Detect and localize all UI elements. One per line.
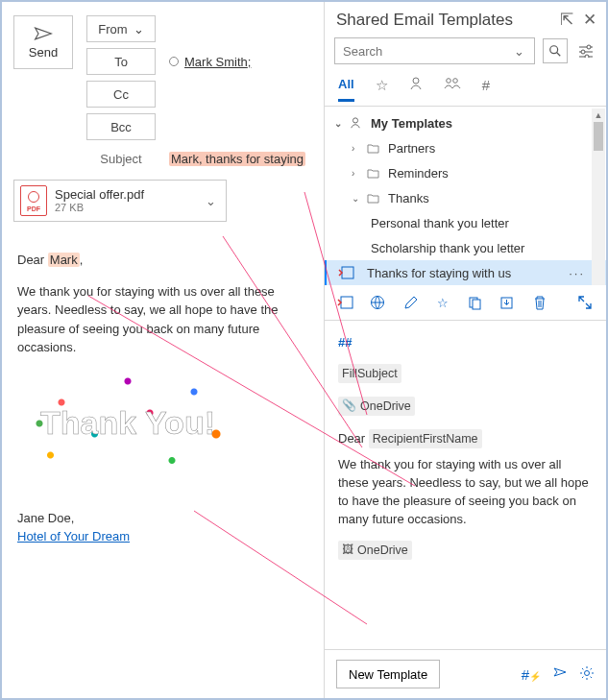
send-label: Send xyxy=(29,45,58,60)
chevron-down-icon: ⌄ xyxy=(134,22,144,36)
send-icon xyxy=(34,26,53,41)
svg-point-18 xyxy=(585,670,590,675)
svg-point-7 xyxy=(585,55,589,58)
preview-greeting: Dear RecipientFirstName xyxy=(338,429,593,448)
tree-folder-thanks[interactable]: ⌄ Thanks xyxy=(325,185,606,210)
expand-button[interactable] xyxy=(575,293,595,312)
settings-button[interactable] xyxy=(579,665,595,684)
tab-team[interactable] xyxy=(444,77,461,101)
import-button[interactable] xyxy=(498,293,517,312)
svg-point-3 xyxy=(587,45,591,49)
image-icon: 🖼 xyxy=(342,542,353,558)
paperclip-icon: 📎 xyxy=(342,398,356,414)
search-input[interactable] xyxy=(341,43,510,60)
favorite-button[interactable]: ☆ xyxy=(433,293,452,312)
template-toolbar: ☆ xyxy=(325,285,606,320)
folder-icon xyxy=(367,168,382,179)
svg-rect-16 xyxy=(473,300,480,309)
attachment-name: Special offer.pdf xyxy=(55,187,194,203)
scroll-thumb[interactable] xyxy=(594,122,603,151)
folder-icon xyxy=(367,143,382,154)
svg-point-8 xyxy=(413,78,419,84)
svg-point-11 xyxy=(353,118,357,123)
email-body[interactable]: Dear Mark, We thank you for staying with… xyxy=(2,222,324,698)
template-tree: ⌄ My Templates › Partners › Reminders ⌄ … xyxy=(325,107,606,285)
onedrive-attachment-chip[interactable]: 📎OneDrive xyxy=(338,397,415,416)
macros-header: ## xyxy=(338,334,593,352)
pdf-icon: PDF xyxy=(20,185,47,216)
edit-button[interactable] xyxy=(401,293,420,312)
tree-item-scholarship-letter[interactable]: Scholarship thank you letter xyxy=(325,235,606,260)
close-icon[interactable]: ✕ xyxy=(583,10,596,30)
bcc-button[interactable]: Bcc xyxy=(86,113,156,140)
search-button[interactable] xyxy=(543,38,568,63)
svg-point-9 xyxy=(446,79,450,84)
to-field[interactable]: Mark Smith; xyxy=(169,48,312,75)
tree-item-personal-letter[interactable]: Personal thank you letter xyxy=(325,210,606,235)
svg-rect-12 xyxy=(342,267,353,278)
tab-personal[interactable] xyxy=(409,77,423,101)
tree-root-my-templates[interactable]: ⌄ My Templates xyxy=(325,110,606,135)
compose-pane: Send From ⌄ To Mark Smith; Cc Bcc xyxy=(2,2,325,698)
popout-icon[interactable]: ⇱ xyxy=(560,10,573,30)
greeting-line: Dear Mark, xyxy=(17,251,308,270)
tab-favorites[interactable]: ☆ xyxy=(376,77,388,102)
insert-template-icon xyxy=(336,264,357,281)
from-button[interactable]: From ⌄ xyxy=(86,15,156,42)
bottom-bar: New Template #⚡ xyxy=(325,649,606,698)
feedback-button[interactable] xyxy=(552,666,568,683)
svg-point-10 xyxy=(452,79,457,84)
sliders-icon xyxy=(577,44,595,58)
tab-all[interactable]: All xyxy=(338,77,354,102)
new-template-button[interactable]: New Template xyxy=(336,660,440,688)
onedrive-image-chip[interactable]: 🖼OneDrive xyxy=(338,541,412,560)
tree-folder-partners[interactable]: › Partners xyxy=(325,135,606,160)
folder-icon xyxy=(367,193,382,204)
panel-title: Shared Email Templates xyxy=(336,11,513,30)
tree-item-thanks-for-staying[interactable]: Thanks for staying with us ··· xyxy=(325,260,606,285)
recipient-status-icon xyxy=(169,57,179,66)
delete-button[interactable] xyxy=(530,293,549,312)
search-box[interactable]: ⌄ xyxy=(334,37,535,64)
tree-folder-reminders[interactable]: › Reminders xyxy=(325,160,606,185)
copy-button[interactable] xyxy=(466,293,485,312)
cc-button[interactable]: Cc xyxy=(86,81,156,108)
person-icon xyxy=(350,117,365,129)
subject-label: Subject xyxy=(86,152,156,166)
svg-line-1 xyxy=(557,53,561,57)
globe-button[interactable] xyxy=(369,293,388,312)
fillsubject-chip[interactable]: FillSubject xyxy=(338,364,401,383)
recipient-token-chip[interactable]: RecipientFirstName xyxy=(369,429,482,448)
body-paragraph: We thank you for staying with us over al… xyxy=(17,282,308,357)
svg-point-0 xyxy=(550,46,558,54)
preview-paragraph: We thank you for staying with us over al… xyxy=(338,456,593,528)
tree-scrollbar[interactable]: ▲ ▼ xyxy=(592,109,605,285)
templates-pane: Shared Email Templates ⇱ ✕ ⌄ All ☆ # xyxy=(325,2,606,698)
signature-link[interactable]: Hotel of Your Dream xyxy=(17,529,130,543)
search-dropdown-icon[interactable]: ⌄ xyxy=(510,44,528,59)
thank-you-image: Thank You! xyxy=(17,371,238,476)
tab-tags[interactable]: # xyxy=(482,77,490,101)
recipient-chip[interactable]: Mark Smith; xyxy=(184,55,251,69)
search-icon xyxy=(548,44,562,58)
scroll-up-icon[interactable]: ▲ xyxy=(592,109,605,122)
send-button[interactable]: Send xyxy=(13,15,73,69)
filter-tabbar: All ☆ # xyxy=(325,72,606,107)
subject-input[interactable]: Mark, thanks for staying xyxy=(169,152,312,166)
shortcuts-button[interactable]: #⚡ xyxy=(522,666,541,683)
signature-name: Jane Doe, xyxy=(17,509,308,528)
attachment-size: 27 KB xyxy=(55,202,194,214)
paste-button[interactable] xyxy=(336,293,355,312)
filter-button[interactable] xyxy=(575,40,596,61)
svg-rect-13 xyxy=(341,297,353,308)
attachment-card[interactable]: PDF Special offer.pdf 27 KB ⌄ xyxy=(13,180,227,222)
svg-point-5 xyxy=(581,50,585,54)
attachment-menu-button[interactable]: ⌄ xyxy=(202,194,220,208)
to-button[interactable]: To xyxy=(86,48,156,75)
template-preview: ## FillSubject 📎OneDrive Dear RecipientF… xyxy=(325,320,606,649)
